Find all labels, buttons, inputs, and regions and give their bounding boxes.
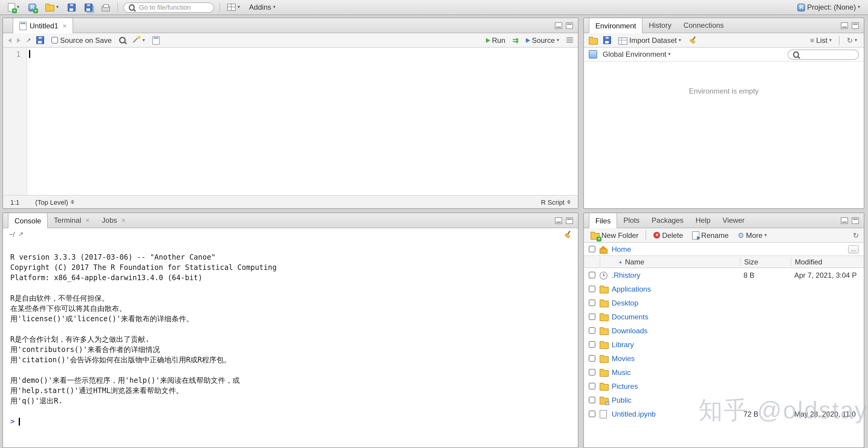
print-button[interactable] (100, 2, 112, 12)
minimize-icon[interactable] (555, 22, 562, 29)
environment-searchbox[interactable] (787, 49, 859, 60)
file-name-link[interactable]: Music (612, 368, 740, 376)
maximize-icon[interactable] (852, 22, 859, 29)
file-name-link[interactable]: Public (612, 396, 740, 404)
new-folder-button[interactable]: + New Folder (589, 230, 641, 240)
file-checkbox[interactable] (588, 313, 595, 320)
maximize-icon[interactable] (566, 22, 573, 29)
source-on-save-checkbox[interactable] (52, 37, 58, 43)
file-name-link[interactable]: Pictures (612, 382, 740, 390)
new-file-button[interactable]: + ▾ (6, 2, 21, 12)
file-checkbox[interactable] (588, 272, 595, 278)
close-icon[interactable]: × (122, 217, 126, 224)
goto-file-search[interactable] (123, 2, 214, 12)
console-line: Copyright (C) 2017 The R Foundation for … (10, 263, 578, 273)
maximize-icon[interactable] (852, 217, 859, 224)
file-name-link[interactable]: Applications (612, 285, 740, 293)
tab-terminal[interactable]: Terminal × (48, 213, 96, 228)
compile-report-icon[interactable] (152, 36, 160, 44)
save-workspace-icon[interactable] (603, 36, 611, 44)
file-name-link[interactable]: Library (612, 340, 740, 349)
refresh-button[interactable]: ↻ ▾ (845, 36, 859, 44)
path-ellipsis-button[interactable]: ... (848, 245, 859, 253)
more-button[interactable]: ⚙ More ▾ (736, 230, 769, 240)
run-button[interactable]: Run (484, 35, 507, 45)
source-button[interactable]: Source ▾ (524, 35, 561, 45)
tab-connections[interactable]: Connections (677, 18, 730, 33)
close-icon[interactable]: × (86, 217, 90, 224)
column-header-size[interactable]: Size (740, 257, 790, 266)
minimize-icon[interactable] (841, 22, 848, 29)
minimize-icon[interactable] (555, 217, 562, 224)
pane-layout-button[interactable]: ▾ (225, 3, 242, 11)
load-workspace-icon[interactable] (589, 38, 598, 44)
filetype-selector[interactable]: R Script (541, 198, 570, 206)
column-header-modified[interactable]: Modified (790, 257, 864, 266)
clear-console-icon[interactable] (563, 230, 572, 238)
tab-jobs[interactable]: Jobs × (96, 213, 132, 228)
code-editor[interactable]: 1 (3, 48, 578, 195)
file-name-link[interactable]: Untitled.ipynb (612, 410, 740, 418)
tab-plots[interactable]: Plots (617, 213, 646, 228)
popout-icon[interactable]: ↗ (26, 37, 31, 43)
open-file-button[interactable]: ▾ (43, 2, 60, 12)
file-row: Desktop (584, 296, 864, 310)
file-checkbox[interactable] (588, 285, 595, 292)
goto-file-input[interactable] (138, 3, 209, 11)
editor-body[interactable] (27, 48, 578, 195)
find-replace-icon[interactable] (119, 37, 126, 43)
forward-icon[interactable] (17, 38, 21, 42)
addins-button[interactable]: Addins ▾ (247, 2, 277, 12)
tab-help[interactable]: Help (689, 213, 716, 228)
tab-environment[interactable]: Environment (589, 18, 643, 33)
file-name-link[interactable]: Documents (612, 312, 740, 321)
tab-console[interactable]: Console (8, 213, 48, 228)
file-name-link[interactable]: Desktop (612, 299, 740, 307)
new-project-button[interactable]: + (27, 3, 38, 12)
file-checkbox[interactable] (588, 383, 595, 389)
file-checkbox[interactable] (588, 397, 595, 403)
select-all-checkbox[interactable] (589, 246, 595, 252)
file-checkbox[interactable] (588, 355, 595, 361)
refresh-icon[interactable]: ↻ (853, 232, 859, 239)
breadcrumb-home-link[interactable]: Home (612, 245, 631, 253)
file-checkbox[interactable] (588, 327, 595, 334)
clear-environment-icon[interactable] (688, 36, 696, 44)
code-tools-button[interactable]: ▾ (131, 36, 147, 45)
delete-button[interactable]: Delete (652, 230, 685, 240)
source-tabstrip: Untitled1 × (3, 18, 578, 33)
file-checkbox[interactable] (588, 369, 595, 376)
environment-scope-selector[interactable]: Global Environment ▾ (601, 49, 673, 59)
tab-packages[interactable]: Packages (646, 213, 689, 228)
back-icon[interactable] (8, 38, 11, 42)
popout-icon[interactable]: ↗ (19, 231, 24, 237)
file-name-link[interactable]: .Rhistory (612, 271, 740, 279)
file-name-link[interactable]: Movies (612, 354, 740, 363)
console-prompt-line[interactable]: > (10, 417, 578, 427)
save-all-button[interactable] (83, 3, 94, 12)
document-outline-icon[interactable] (566, 37, 573, 43)
save-button[interactable] (66, 3, 78, 12)
console-body[interactable]: R version 3.3.3 (2017-03-06) -- "Another… (3, 240, 578, 447)
file-checkbox[interactable] (588, 341, 595, 348)
tab-history[interactable]: History (643, 18, 678, 33)
project-menu-button[interactable]: Project: (None) ▾ (796, 2, 862, 12)
tab-viewer[interactable]: Viewer (717, 213, 751, 228)
column-header-name[interactable]: ▲ Name (600, 257, 740, 266)
file-name-link[interactable]: Downloads (612, 326, 740, 335)
environment-search-input[interactable] (802, 50, 854, 59)
maximize-icon[interactable] (566, 217, 573, 224)
save-icon[interactable] (37, 36, 44, 44)
tab-files[interactable]: Files (589, 213, 617, 228)
file-checkbox[interactable] (588, 300, 595, 306)
minimize-icon[interactable] (841, 217, 848, 224)
import-dataset-button[interactable]: Import Dataset ▾ (617, 35, 683, 45)
rename-button[interactable]: Rename (690, 230, 731, 240)
list-view-button[interactable]: ≡ List ▾ (808, 35, 833, 45)
scope-selector[interactable]: (Top Level) (35, 198, 74, 206)
tab-untitled1[interactable]: Untitled1 × (13, 18, 73, 33)
close-icon[interactable]: × (63, 22, 67, 29)
rerun-icon[interactable]: ⇉ (513, 37, 519, 44)
file-checkbox[interactable] (588, 411, 595, 417)
source-on-save-toggle[interactable]: Source on Save (50, 35, 114, 45)
